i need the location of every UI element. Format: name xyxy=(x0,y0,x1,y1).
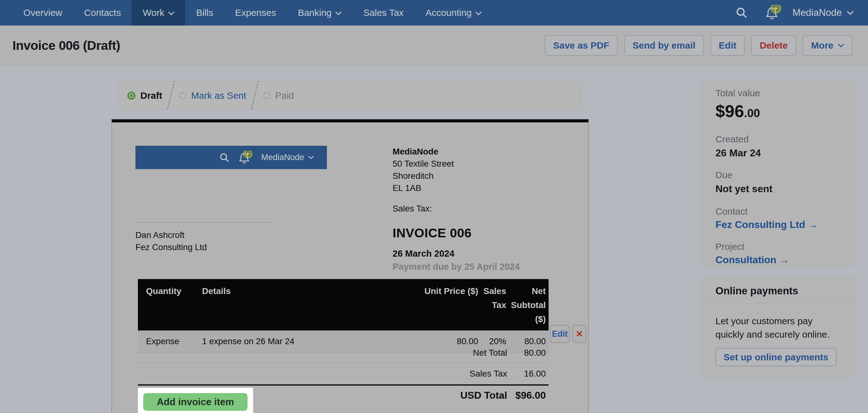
total-value-label: Total value xyxy=(715,88,841,99)
notifications-bell-icon xyxy=(238,151,252,165)
delete-button[interactable]: Delete xyxy=(751,35,796,56)
invoice-logo-account: MediaNode xyxy=(261,153,314,162)
invoice-due-date: Payment due by 25 April 2024 xyxy=(393,262,520,272)
invoice-summary-card: Total value $96.00 Created 26 Mar 24 Due… xyxy=(702,81,855,266)
nav-item-sales-tax[interactable]: Sales Tax xyxy=(352,0,415,26)
address-line: Shoreditch xyxy=(393,170,454,182)
chevron-down-icon xyxy=(308,156,314,159)
due-value: Not yet sent xyxy=(715,183,841,195)
add-invoice-item-button[interactable]: Add invoice item xyxy=(143,393,248,411)
status-paid: Paid xyxy=(264,90,294,101)
sales-tax-label: Sales Tax: xyxy=(393,202,454,215)
sales-tax-row: Sales Tax 16.00 xyxy=(138,363,549,384)
search-icon[interactable] xyxy=(736,7,747,19)
due-label: Due xyxy=(715,170,841,181)
nav-items: Overview Contacts Work Bills Expenses Ba… xyxy=(0,0,493,26)
column-header-details: Details xyxy=(196,279,371,330)
project-label: Project xyxy=(715,241,841,252)
company-address: MediaNode 50 Textile Street Shoreditch E… xyxy=(393,145,454,215)
total-value: $96.00 xyxy=(715,101,841,121)
notifications-bell-icon[interactable] xyxy=(765,5,781,21)
online-payments-description: Let your customers pay quickly and secur… xyxy=(715,314,841,341)
page-header: Invoice 006 (Draft) Save as PDF Send by … xyxy=(0,26,868,65)
nav-item-accounting[interactable]: Accounting xyxy=(415,0,493,26)
column-header-unit-price: Unit Price ($) xyxy=(371,279,479,330)
add-invoice-item-highlight: Add invoice item xyxy=(138,388,253,413)
invoice-number: INVOICE 006 xyxy=(393,226,520,240)
edit-row-button[interactable]: Edit xyxy=(550,325,570,343)
status-separator xyxy=(166,81,175,110)
account-menu[interactable]: MediaNode xyxy=(792,7,854,19)
nav-utilities: MediaNode xyxy=(736,0,854,26)
edit-button[interactable]: Edit xyxy=(710,35,745,56)
online-payments-header: Online payments xyxy=(702,277,854,304)
send-by-email-button[interactable]: Send by email xyxy=(624,35,704,56)
status-empty-radio-icon xyxy=(179,92,186,99)
address-line: EL 1AB xyxy=(393,182,454,194)
save-as-pdf-button[interactable]: Save as PDF xyxy=(545,35,618,56)
top-nav: Overview Contacts Work Bills Expenses Ba… xyxy=(0,0,868,26)
column-header-net-subtotal: Net Subtotal ($) xyxy=(507,279,549,330)
status-mark-as-sent[interactable]: Mark as Sent xyxy=(179,90,246,101)
nav-item-expenses[interactable]: Expenses xyxy=(224,0,287,26)
chevron-down-icon xyxy=(168,11,174,15)
nav-item-work[interactable]: Work xyxy=(132,0,185,26)
status-draft: Draft xyxy=(127,90,162,101)
invoice-date: 26 March 2024 xyxy=(393,248,520,259)
column-header-sales-tax: Sales Tax xyxy=(479,279,507,330)
chevron-down-icon xyxy=(335,11,342,15)
nav-item-banking[interactable]: Banking xyxy=(287,0,352,26)
delete-row-button[interactable]: ✕ xyxy=(572,325,586,343)
app: Overview Contacts Work Bills Expenses Ba… xyxy=(0,0,868,413)
nav-item-contacts[interactable]: Contacts xyxy=(73,0,132,26)
header-actions: Save as PDF Send by email Edit Delete Mo… xyxy=(545,35,852,56)
contact-label: Contact xyxy=(715,206,841,217)
chevron-down-icon xyxy=(838,43,844,47)
address-line: 50 Textile Street xyxy=(393,157,454,170)
status-selected-radio-icon xyxy=(127,92,135,100)
recipient-divider xyxy=(135,222,271,223)
project-link[interactable]: Consultation → xyxy=(715,254,841,266)
created-value: 26 Mar 24 xyxy=(715,147,841,159)
chevron-down-icon xyxy=(475,11,482,15)
nav-item-overview[interactable]: Overview xyxy=(12,0,73,26)
online-payments-card: Online payments Let your customers pay q… xyxy=(702,276,855,378)
page-title: Invoice 006 (Draft) xyxy=(12,26,120,65)
set-up-online-payments-button[interactable]: Set up online payments xyxy=(715,348,837,366)
net-total-row: Net Total 80.00 xyxy=(138,343,549,363)
online-payments-title: Online payments xyxy=(715,285,841,297)
invoice-preview: MediaNode MediaNode 50 Textile Street Sh… xyxy=(112,119,589,413)
invoice-items-table: Quantity Details Unit Price ($) Sales Ta… xyxy=(138,279,549,353)
more-button[interactable]: More xyxy=(803,35,852,56)
nav-item-bills[interactable]: Bills xyxy=(185,0,224,26)
invoice-meta: INVOICE 006 26 March 2024 Payment due by… xyxy=(393,226,520,272)
search-icon xyxy=(219,153,229,163)
status-empty-radio-icon xyxy=(264,92,270,99)
invoice-status-flow: Draft Mark as Sent Paid xyxy=(119,81,581,110)
contact-link[interactable]: Fez Consulting Ltd → xyxy=(715,219,841,231)
recipient-address: Dan Ashcroft Fez Consulting Ltd xyxy=(135,229,207,253)
column-header-quantity: Quantity xyxy=(138,279,196,330)
status-separator xyxy=(251,81,259,110)
close-icon: ✕ xyxy=(576,329,583,339)
invoice-logo: MediaNode xyxy=(135,146,327,169)
created-label: Created xyxy=(715,134,841,145)
chevron-down-icon xyxy=(847,11,854,15)
